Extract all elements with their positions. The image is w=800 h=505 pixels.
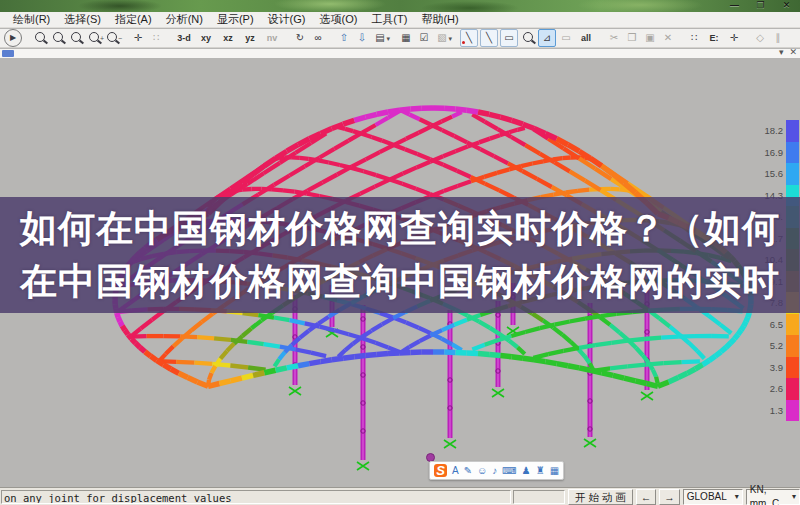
minimize-button[interactable]: — bbox=[726, 0, 743, 11]
menu-item-4[interactable]: 分析(N) bbox=[159, 12, 210, 27]
legend-row: 5.2 bbox=[749, 335, 799, 357]
legend-swatch bbox=[786, 400, 799, 422]
menu-item-2[interactable]: 选择(S) bbox=[57, 12, 108, 27]
toolbox-icon[interactable]: ▦ bbox=[550, 463, 559, 478]
menu-item-3[interactable]: 指定(A) bbox=[108, 12, 159, 27]
legend-value: 16.9 bbox=[749, 147, 783, 158]
legend-swatch bbox=[786, 357, 799, 379]
legend-swatch bbox=[786, 142, 799, 164]
sogou-logo-icon[interactable]: S bbox=[434, 464, 447, 477]
legend-value: 1.3 bbox=[749, 405, 783, 416]
joint-pattern-icon[interactable]: ∷ bbox=[686, 30, 702, 46]
legend-swatch bbox=[786, 163, 799, 185]
legend-row: 6.5 bbox=[749, 314, 799, 336]
view-window-tab[interactable] bbox=[2, 50, 14, 57]
view-nv-button[interactable]: nv bbox=[262, 30, 282, 46]
draw-joint-icon[interactable]: ╲ bbox=[460, 29, 478, 47]
move-down-in-list-icon[interactable]: ⇩ bbox=[354, 30, 370, 46]
view-collapse-icon[interactable]: ▾ bbox=[779, 47, 784, 57]
legend-row: 16.9 bbox=[749, 142, 799, 164]
pan-icon[interactable]: ✛ bbox=[130, 30, 146, 46]
animate-play-icon[interactable]: ▶ bbox=[4, 29, 22, 47]
display-options-icon[interactable]: ☑ bbox=[416, 30, 432, 46]
zoom-window-icon[interactable] bbox=[50, 30, 66, 46]
zoom-extents-icon[interactable] bbox=[32, 30, 48, 46]
delete-icon[interactable]: ✕ bbox=[660, 30, 676, 46]
paste-icon[interactable]: ▣ bbox=[642, 30, 658, 46]
handwriting-icon[interactable]: ✎ bbox=[464, 463, 472, 478]
status-bar: on any joint for displacement values 开 始… bbox=[0, 487, 800, 505]
legend-swatch bbox=[786, 314, 799, 336]
view-yz-button[interactable]: yz bbox=[240, 30, 260, 46]
menu-item-6[interactable]: 设计(G) bbox=[261, 12, 313, 27]
keyboard-icon[interactable]: ⌨ bbox=[502, 463, 516, 478]
copy-icon[interactable]: ❐ bbox=[624, 30, 640, 46]
menu-item-7[interactable]: 选项(O) bbox=[312, 12, 364, 27]
status-message: on any joint for displacement values bbox=[1, 490, 511, 504]
legend-swatch bbox=[786, 120, 799, 142]
model-viewport[interactable]: 18.216.915.614.313.11.710.49.17.86.55.23… bbox=[0, 58, 800, 487]
window-controls: — ❐ ✕ bbox=[726, 0, 795, 11]
menu-item-8[interactable]: 工具(T) bbox=[364, 12, 414, 27]
zoom-previous-icon[interactable] bbox=[68, 30, 84, 46]
coordinate-system-value: GLOBAL bbox=[687, 490, 727, 504]
chevron-down-icon: ▾ bbox=[735, 490, 739, 504]
legend-value: 2.6 bbox=[749, 383, 783, 394]
menu-item-5[interactable]: 显示(P) bbox=[210, 12, 261, 27]
sogou-ime-toolbar[interactable]: S A✎☺♪⌨♟♜▦ bbox=[429, 461, 564, 480]
zoom-in-icon[interactable]: + bbox=[86, 30, 102, 46]
perspective-toggle-icon[interactable]: ∞ bbox=[310, 30, 326, 46]
legend-row: 18.2 bbox=[749, 120, 799, 142]
status-spacer bbox=[513, 490, 565, 504]
portal-frame-icon[interactable]: Π bbox=[796, 30, 800, 46]
view-xy-button[interactable]: xy bbox=[196, 30, 216, 46]
legend-value: 5.2 bbox=[749, 340, 783, 351]
toolbar: ▶+−✛∷3-dxyxzyznv↻∞⇧⇩▤▾▦☑▧▾╲╲▭⊿▭all✂❐▣✕∷E… bbox=[0, 29, 800, 48]
view-xz-button[interactable]: xz bbox=[218, 30, 238, 46]
close-button[interactable]: ✕ bbox=[778, 0, 795, 11]
legend-row: 15.6 bbox=[749, 163, 799, 185]
select-all-button[interactable]: all bbox=[576, 30, 596, 46]
cut-icon[interactable]: ✂ bbox=[606, 30, 622, 46]
next-step-button[interactable]: → bbox=[659, 489, 680, 505]
move-icon[interactable]: ✛ bbox=[726, 30, 742, 46]
draw-poly-icon[interactable]: ▭ bbox=[558, 30, 574, 46]
view-close-icon[interactable]: ✕ bbox=[789, 47, 797, 57]
legend-swatch bbox=[786, 378, 799, 400]
frame-label-icon[interactable]: E: bbox=[704, 30, 724, 46]
assign-copy-icon[interactable]: ▧▾ bbox=[434, 30, 450, 46]
language-toggle-icon[interactable]: A bbox=[452, 463, 459, 478]
coordinate-system-select[interactable]: GLOBAL ▾ bbox=[683, 489, 743, 505]
zoom-out-icon[interactable]: − bbox=[104, 30, 120, 46]
move-up-in-list-icon[interactable]: ⇧ bbox=[336, 30, 352, 46]
menu-item-9[interactable]: 帮助(H) bbox=[414, 12, 465, 27]
draw-frame-icon[interactable]: ╲ bbox=[480, 29, 498, 47]
select-window-icon[interactable] bbox=[520, 30, 536, 46]
start-animation-button[interactable]: 开 始 动 画 bbox=[568, 489, 633, 505]
legend-value: 3.9 bbox=[749, 362, 783, 373]
units-select[interactable]: KN, mm, C ▾ bbox=[746, 489, 800, 505]
menu-item-1[interactable]: 绘制(R) bbox=[6, 12, 57, 27]
skin-icon[interactable]: ♜ bbox=[536, 463, 545, 478]
maximize-button[interactable]: ❐ bbox=[752, 0, 769, 11]
view-3d-button[interactable]: 3-d bbox=[174, 30, 194, 46]
set-display-limits-icon[interactable]: ▤▾ bbox=[372, 30, 388, 46]
rubber-band-zoom-icon[interactable]: ⊿ bbox=[538, 29, 556, 47]
voice-input-icon[interactable]: ♪ bbox=[492, 463, 497, 478]
legend-swatch bbox=[786, 335, 799, 357]
overlay-text-line2: 在中国钢材价格网查询中国钢材价格网的实时 bbox=[20, 255, 780, 308]
snap-options-icon[interactable]: ∷ bbox=[148, 30, 164, 46]
legend-value: 6.5 bbox=[749, 319, 783, 330]
previous-step-button[interactable]: ← bbox=[636, 489, 657, 505]
rotate-view-icon[interactable]: ↻ bbox=[292, 30, 308, 46]
emoji-icon[interactable]: ☺ bbox=[477, 463, 487, 478]
desktop-wallpaper-strip bbox=[0, 0, 800, 12]
local-axes-icon[interactable]: ◇ bbox=[752, 30, 768, 46]
legend-value: 18.2 bbox=[749, 125, 783, 136]
person-icon[interactable]: ♟ bbox=[522, 463, 531, 478]
object-shrink-toggle-icon[interactable]: ▦ bbox=[398, 30, 414, 46]
draw-area-icon[interactable]: ▭ bbox=[500, 29, 518, 47]
parallel-lines-icon[interactable]: ∥ bbox=[770, 30, 786, 46]
legend-value: 15.6 bbox=[749, 168, 783, 179]
menu-bar: 绘制(R)选择(S)指定(A)分析(N)显示(P)设计(G)选项(O)工具(T)… bbox=[0, 12, 800, 28]
